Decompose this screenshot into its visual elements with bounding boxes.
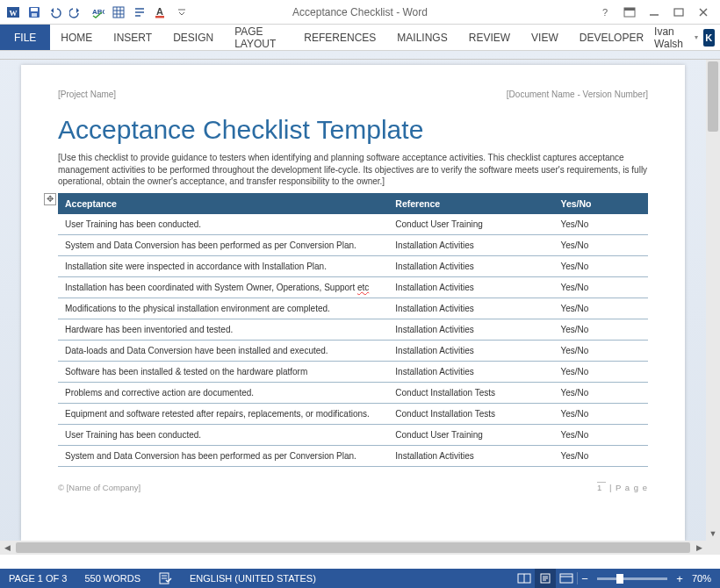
word-app-icon[interactable]: W (4, 3, 23, 22)
cell-reference: Installation Activities (388, 234, 553, 255)
tab-insert[interactable]: INSERT (103, 25, 162, 50)
table-row: System and Data Conversion has been perf… (58, 234, 648, 255)
ribbon-tabs: FILE HOME INSERT DESIGN PAGE LAYOUT REFE… (0, 25, 720, 51)
maximize-icon[interactable] (667, 4, 690, 21)
zoom-level[interactable]: 70% (687, 569, 720, 588)
cell-reference: Conduct User Training (388, 214, 553, 235)
cell-yesno: Yes/No (553, 234, 648, 255)
status-page[interactable]: PAGE 1 OF 3 (0, 569, 76, 588)
tab-references[interactable]: REFERENCES (293, 25, 386, 50)
cell-reference: Installation Activities (388, 255, 553, 276)
tab-home[interactable]: HOME (50, 25, 103, 50)
vertical-scrollbar[interactable]: ▲ ▼ (706, 60, 720, 541)
window-controls: ? (594, 0, 720, 24)
col-acceptance: Acceptance (58, 193, 388, 214)
cell-acceptance: Modifications to the physical installati… (58, 298, 388, 319)
cell-acceptance: Software has been installed & tested on … (58, 361, 388, 382)
svg-rect-6 (113, 7, 124, 18)
scroll-thumb-horizontal[interactable] (16, 542, 690, 553)
user-name: Ivan Walsh (654, 25, 689, 50)
cell-yesno: Yes/No (553, 214, 648, 235)
header-left: [Project Name] (58, 90, 116, 99)
cell-reference: Conduct User Training (388, 424, 553, 445)
horizontal-scrollbar[interactable]: ◀ ▶ (0, 541, 706, 555)
view-print-layout-icon[interactable] (535, 569, 556, 588)
zoom-out-button[interactable]: − (578, 572, 592, 585)
table-move-handle-icon[interactable]: ✥ (44, 193, 56, 205)
cell-reference: Installation Activities (388, 361, 553, 382)
paragraph-icon[interactable] (130, 3, 149, 22)
view-read-mode-icon[interactable] (514, 569, 535, 588)
cell-acceptance: Data-loads and Data Conversion have been… (58, 340, 388, 361)
document-viewport[interactable]: [Project Name] [Document Name - Version … (0, 60, 706, 541)
svg-text:W: W (10, 9, 18, 18)
ribbon-display-icon[interactable] (618, 4, 641, 21)
tab-mailings[interactable]: MAILINGS (386, 25, 457, 50)
cell-yesno: Yes/No (553, 445, 648, 466)
cell-reference: Installation Activities (388, 298, 553, 319)
cell-yesno: Yes/No (553, 298, 648, 319)
table-row: Installation site were inspected in acco… (58, 255, 648, 276)
help-icon[interactable]: ? (594, 4, 616, 21)
svg-line-27 (166, 580, 168, 582)
minimize-icon[interactable] (643, 4, 666, 21)
font-color-icon[interactable]: A (151, 3, 170, 22)
status-language[interactable]: ENGLISH (UNITED STATES) (181, 569, 325, 588)
file-tab[interactable]: FILE (0, 25, 50, 50)
scroll-thumb-vertical[interactable] (708, 61, 718, 132)
tab-developer[interactable]: DEVELOPER (569, 25, 654, 50)
tab-review[interactable]: REVIEW (458, 25, 521, 50)
document-area: [Project Name] [Document Name - Version … (0, 51, 720, 555)
spelling-icon[interactable]: ABC (88, 3, 107, 22)
cell-reference: Installation Activities (388, 445, 553, 466)
redo-icon[interactable] (67, 3, 86, 22)
cell-acceptance: Installation has been coordinated with S… (58, 276, 388, 298)
table-row: Software has been installed & tested on … (58, 361, 648, 382)
scroll-right-icon[interactable]: ▶ (692, 543, 706, 552)
save-icon[interactable] (25, 3, 44, 22)
zoom-in-button[interactable]: + (673, 572, 687, 585)
cell-acceptance: User Training has been conducted. (58, 424, 388, 445)
table-row: User Training has been conducted.Conduct… (58, 424, 648, 445)
document-page[interactable]: [Project Name] [Document Name - Version … (21, 65, 685, 541)
cell-yesno: Yes/No (553, 403, 648, 424)
page-footer: © [Name of Company] 1 | P a g e (58, 479, 648, 492)
cell-yesno: Yes/No (553, 276, 648, 298)
user-account[interactable]: Ivan Walsh ▾ K (654, 25, 720, 50)
close-icon[interactable] (692, 4, 715, 21)
header-right: [Document Name - Version Number] (507, 90, 648, 99)
page-header: [Project Name] [Document Name - Version … (58, 90, 648, 99)
table-header-row: Acceptance Reference Yes/No (58, 193, 648, 214)
footer-page: 1 | P a g e (597, 483, 648, 492)
col-yesno: Yes/No (553, 193, 648, 214)
document-intro: [Use this checklist to provide guidance … (58, 152, 648, 188)
user-badge: K (703, 29, 715, 47)
cell-acceptance: Installation site were inspected in acco… (58, 255, 388, 276)
cell-yesno: Yes/No (553, 255, 648, 276)
tab-view[interactable]: VIEW (521, 25, 569, 50)
tab-design[interactable]: DESIGN (162, 25, 224, 50)
cell-reference: Installation Activities (388, 276, 553, 298)
zoom-slider-knob[interactable] (616, 574, 623, 584)
footer-company: © [Name of Company] (58, 483, 140, 492)
zoom-slider[interactable] (597, 577, 667, 580)
undo-icon[interactable] (46, 3, 65, 22)
chevron-down-icon: ▾ (695, 33, 698, 41)
cell-yesno: Yes/No (553, 361, 648, 382)
table-icon[interactable] (109, 3, 128, 22)
cell-yesno: Yes/No (553, 382, 648, 403)
tab-page-layout[interactable]: PAGE LAYOUT (224, 25, 293, 50)
checklist-table: Acceptance Reference Yes/No User Trainin… (58, 193, 648, 467)
view-web-layout-icon[interactable] (556, 569, 577, 588)
scroll-down-icon[interactable]: ▼ (706, 527, 720, 541)
table-row: Hardware has been inventoried and tested… (58, 319, 648, 340)
status-words[interactable]: 550 WORDS (76, 569, 149, 588)
document-title: Acceptance Checklist Template (58, 115, 648, 145)
scroll-left-icon[interactable]: ◀ (0, 543, 14, 552)
status-proofing[interactable] (149, 569, 181, 588)
table-row: User Training has been conducted.Conduct… (58, 214, 648, 235)
col-reference: Reference (388, 193, 553, 214)
cell-reference: Conduct Installation Tests (388, 382, 553, 403)
svg-text:A: A (156, 6, 163, 17)
qat-customize-icon[interactable] (172, 3, 191, 22)
